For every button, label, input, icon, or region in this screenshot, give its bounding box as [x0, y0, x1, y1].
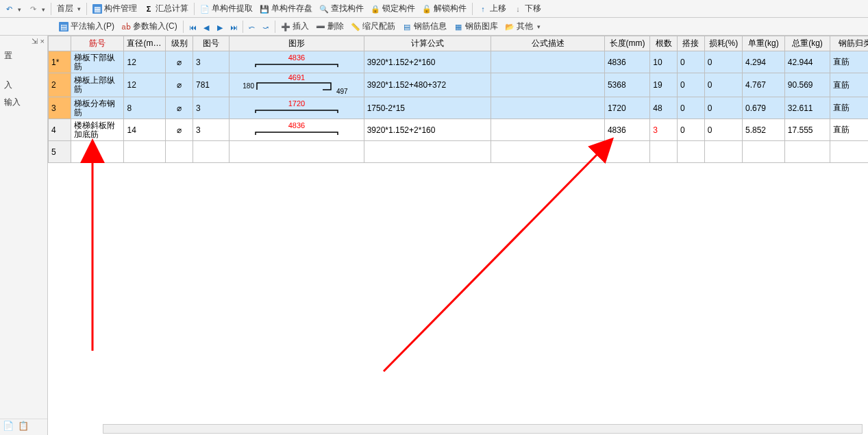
cell-shape[interactable]: [230, 141, 364, 163]
undo-button[interactable]: ↶: [1, 3, 24, 14]
nav-prev-button[interactable]: ◀: [200, 21, 212, 33]
cell-cat[interactable]: [830, 141, 868, 163]
cell-daj[interactable]: 0: [677, 119, 704, 141]
cell-shape[interactable]: 4836: [230, 51, 364, 73]
cell-desc[interactable]: [491, 119, 605, 141]
cell-desc[interactable]: [491, 51, 605, 73]
cell-rownum[interactable]: 2: [49, 73, 71, 97]
cell-num[interactable]: [650, 141, 678, 163]
paste-icon[interactable]: 📋: [18, 421, 29, 431]
cell-daj[interactable]: [677, 141, 704, 163]
go-forward-button[interactable]: ⤻: [260, 21, 272, 33]
cell-num[interactable]: 3: [650, 119, 678, 141]
move-up-button[interactable]: ↑上移: [475, 2, 509, 15]
cell-th[interactable]: 3: [193, 51, 229, 73]
cell-cat[interactable]: 直筋: [830, 73, 868, 97]
cell-name[interactable]: 梯板分布钢筋: [71, 97, 124, 119]
param-input-button[interactable]: aḃ参数输入(C): [119, 20, 180, 33]
nav-first-button[interactable]: ⏮: [186, 21, 199, 33]
cell-rownum[interactable]: 5: [49, 141, 71, 163]
cell-num[interactable]: 19: [650, 73, 678, 97]
cell-cat[interactable]: 直筋: [830, 119, 868, 141]
info-button[interactable]: ▤钢筋信息: [399, 20, 449, 33]
cell-tw[interactable]: [784, 141, 830, 163]
sum-calc-button[interactable]: Σ汇总计算: [141, 2, 191, 15]
go-back-button[interactable]: ⤺: [246, 21, 258, 33]
cell-len[interactable]: 5368: [604, 73, 649, 97]
cell-name[interactable]: [71, 141, 124, 163]
table-row[interactable]: 4楼梯斜板附加底筋14⌀348363920*1.152+2*1604836300…: [49, 119, 869, 141]
cell-formula[interactable]: [364, 141, 491, 163]
cell-loss[interactable]: 0: [704, 97, 742, 119]
save-button[interactable]: 💾单构件存盘: [257, 2, 315, 15]
cell-uw[interactable]: 4.294: [742, 51, 784, 73]
cell-dia[interactable]: 14: [124, 119, 166, 141]
table-row[interactable]: 2梯板上部纵筋12⌀781 4691 180 497 3920*1.152+48…: [49, 73, 869, 97]
cell-tw[interactable]: 90.569: [784, 73, 830, 97]
cell-uw[interactable]: 5.852: [742, 119, 784, 141]
cell-dia[interactable]: [124, 141, 166, 163]
table-row[interactable]: 3梯板分布钢筋8⌀317201750-2*15172048000.67932.6…: [49, 97, 869, 119]
insert-button[interactable]: ➕插入: [278, 20, 312, 33]
cell-th[interactable]: [193, 141, 229, 163]
move-down-button[interactable]: ↓下移: [510, 2, 544, 15]
cell-dia[interactable]: 12: [124, 51, 166, 73]
pf-input-button[interactable]: ▤平法输入(P): [56, 20, 117, 33]
close-icon[interactable]: ×: [40, 37, 45, 46]
cell-tw[interactable]: 42.944: [784, 51, 830, 73]
cell-formula[interactable]: 3920*1.152+2*160: [364, 119, 491, 141]
cell-uw[interactable]: 4.767: [742, 73, 784, 97]
cell-name[interactable]: 楼梯斜板附加底筋: [71, 119, 124, 141]
nav-last-button[interactable]: ⏭: [227, 21, 240, 33]
delete-button[interactable]: ➖删除: [313, 20, 347, 33]
cell-rownum[interactable]: 3: [49, 97, 71, 119]
component-mgmt-button[interactable]: ▦构件管理: [90, 2, 140, 15]
rebar-grid[interactable]: 筋号 直径(mm) 级别 图号 图形 计算公式 公式描述 长度(mm) 根数 搭…: [48, 36, 868, 163]
redo-button[interactable]: ↷: [25, 3, 48, 14]
other-dropdown[interactable]: 📂其他: [502, 20, 543, 33]
cell-uw[interactable]: [742, 141, 784, 163]
cell-lv[interactable]: ⌀: [166, 51, 193, 73]
lock-button[interactable]: 🔒锁定构件: [368, 2, 418, 15]
cell-lv[interactable]: [166, 141, 193, 163]
cell-daj[interactable]: 0: [677, 51, 704, 73]
pin-icon[interactable]: ⇲: [32, 37, 38, 46]
cell-len[interactable]: [604, 141, 649, 163]
scale-button[interactable]: 📏缩尺配筋: [348, 20, 398, 33]
lib-button[interactable]: ▦钢筋图库: [451, 20, 501, 33]
cell-name[interactable]: 梯板下部纵筋: [71, 51, 124, 73]
cell-lv[interactable]: ⌀: [166, 119, 193, 141]
cell-rownum[interactable]: 4: [49, 119, 71, 141]
cell-th[interactable]: 3: [193, 97, 229, 119]
cell-name[interactable]: 梯板上部纵筋: [71, 73, 124, 97]
cell-tw[interactable]: 17.555: [784, 119, 830, 141]
cell-desc[interactable]: [491, 141, 605, 163]
cell-len[interactable]: 4836: [604, 119, 649, 141]
cell-num[interactable]: 48: [650, 97, 678, 119]
cell-loss[interactable]: 0: [704, 119, 742, 141]
nav-next-button[interactable]: ▶: [214, 21, 226, 33]
cell-lv[interactable]: ⌀: [166, 73, 193, 97]
cell-th[interactable]: 781: [193, 73, 229, 97]
unlock-button[interactable]: 🔓解锁构件: [419, 2, 469, 15]
cell-formula[interactable]: 3920*1.152+480+372: [364, 73, 491, 97]
cell-formula[interactable]: 3920*1.152+2*160: [364, 51, 491, 73]
cell-shape[interactable]: 4691 180 497: [230, 73, 364, 97]
copy-icon[interactable]: 📄: [3, 421, 14, 431]
find-button[interactable]: 🔍查找构件: [317, 2, 367, 15]
cell-loss[interactable]: [704, 141, 742, 163]
horizontal-scrollbar[interactable]: [103, 424, 863, 434]
cell-uw[interactable]: 0.679: [742, 97, 784, 119]
cell-num[interactable]: 10: [650, 51, 678, 73]
extract-button[interactable]: 📄单构件提取: [197, 2, 256, 15]
cell-cat[interactable]: 直筋: [830, 51, 868, 73]
cell-loss[interactable]: 0: [704, 51, 742, 73]
cell-shape[interactable]: 1720: [230, 97, 364, 119]
cell-formula[interactable]: 1750-2*15: [364, 97, 491, 119]
layer-dropdown[interactable]: 首层: [54, 2, 84, 15]
cell-loss[interactable]: 0: [704, 73, 742, 97]
cell-shape[interactable]: 4836: [230, 119, 364, 141]
cell-len[interactable]: 4836: [604, 51, 649, 73]
cell-lv[interactable]: ⌀: [166, 97, 193, 119]
cell-tw[interactable]: 32.611: [784, 97, 830, 119]
